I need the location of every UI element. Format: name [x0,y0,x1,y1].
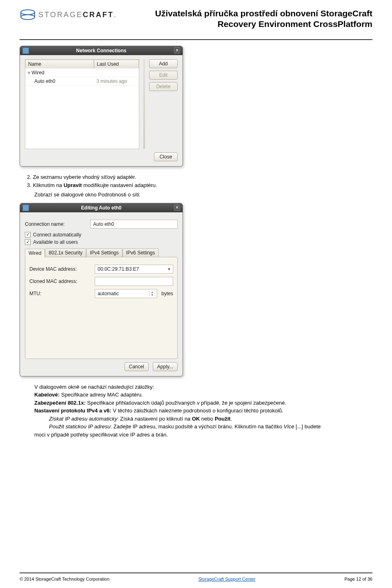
footer-rule [20,572,372,573]
tab-ipv4[interactable]: IPv4 Settings [86,248,122,257]
label-device-mac: Device MAC address: [29,266,91,272]
tab-wired[interactable]: Wired [25,249,45,257]
tree-group: Wired [31,70,44,76]
label-cloned-mac: Cloned MAC address: [29,278,91,284]
document-title: Uživatelská příručka prostředí obnovení … [155,8,372,30]
logo-text: STORAGECRAFT. [38,11,117,19]
header-rule [20,39,372,40]
connections-tree[interactable]: Name Last Used ▿ Wired Auto eth03 minute… [25,59,139,149]
connection-name-input[interactable]: Auto eth0 [90,220,178,229]
list-scrollbar[interactable] [143,59,145,149]
page-header: STORAGECRAFT. Uživatelská příručka prost… [20,8,372,35]
svg-point-0 [21,10,35,15]
chevron-up-icon[interactable]: ▲ [149,291,154,294]
network-icon [22,47,29,54]
device-mac-select[interactable]: 00:0C:29:71:B3:E7▾ [95,265,173,274]
apply-button[interactable]: Apply... [153,362,178,371]
tab-panel-wired: Device MAC address: 00:0C:29:71:B3:E7▾ C… [25,257,178,359]
tree-item-time: 3 minutes ago [94,77,139,86]
logo-mark-icon [20,8,36,21]
step-text: Ze seznamu vyberte vhodný síťový adaptér… [33,174,136,180]
tree-item[interactable]: Auto eth0 [25,77,94,86]
logo: STORAGECRAFT. [20,8,117,21]
step-number: 3. [27,182,31,188]
label-bytes: bytes [161,291,173,296]
column-name[interactable]: Name [25,60,94,69]
dialog-title: Network Connections [76,48,126,53]
cloned-mac-input[interactable] [95,277,173,286]
close-icon[interactable]: × [174,47,180,53]
step-result: Zobrazí se dialogové okno Podrobnosti o … [34,191,372,199]
add-button[interactable]: Add [149,59,178,68]
available-all-users-checkbox[interactable]: ✓Available to all users [25,239,178,245]
delete-button[interactable]: Delete [149,82,178,91]
edit-button[interactable]: Edit [149,71,178,80]
dialog-titlebar: Editing Auto eth0 × [20,203,183,212]
copyright: © 2014 StorageCraft Technology Corporati… [20,577,109,581]
label-connection-name: Connection name: [25,221,86,227]
tab-8021x[interactable]: 802.1x Security [45,248,86,257]
svg-point-1 [21,15,35,20]
dialog-titlebar: Network Connections × [20,46,183,55]
label-mtu: MTU: [29,291,91,296]
close-button[interactable]: Close [154,152,178,161]
page-number: Page 12 of 36 [344,577,372,581]
page-footer: © 2014 StorageCraft Technology Corporati… [20,577,372,581]
chevron-down-icon: ▾ [168,266,170,272]
cancel-button[interactable]: Cancel [125,362,149,371]
connect-automatically-checkbox[interactable]: ✓Connect automatically [25,232,178,238]
network-icon [22,205,29,211]
chevron-down-icon[interactable]: ▼ [149,294,154,296]
close-icon[interactable]: × [174,205,180,211]
dialog-title: Editing Auto eth0 [81,205,122,211]
screenshot-editing-connection: Editing Auto eth0 × Connection name: Aut… [20,203,183,376]
tab-ipv6[interactable]: IPv6 Settings [122,248,159,257]
screenshot-network-connections: Network Connections × Name Last Used ▿ W… [20,46,183,167]
step-number: 2. [27,174,31,180]
support-link[interactable]: StorageCraft Support Center [198,577,256,581]
column-lastused[interactable]: Last Used [94,60,139,69]
mtu-stepper[interactable]: automatic ▲▼ [95,289,157,298]
explain-intro: V dialogovém okně se nachází následující… [34,383,372,391]
